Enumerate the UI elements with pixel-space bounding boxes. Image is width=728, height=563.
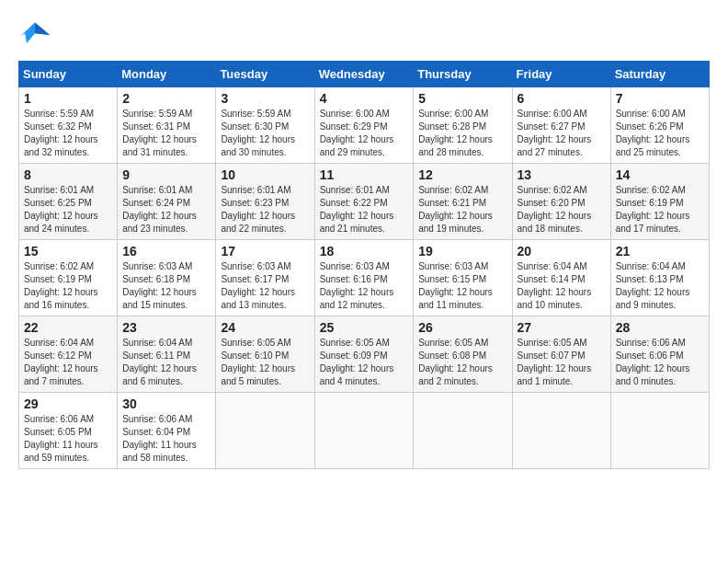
weekday-header-thursday: Thursday [414, 62, 512, 87]
day-cell-24: 24Sunrise: 6:05 AM Sunset: 6:10 PM Dayli… [216, 316, 314, 393]
empty-cell [610, 393, 709, 469]
day-number: 28 [616, 320, 704, 335]
day-cell-8: 8Sunrise: 6:01 AM Sunset: 6:25 PM Daylig… [19, 164, 118, 240]
day-info: Sunrise: 6:06 AM Sunset: 6:05 PM Dayligh… [24, 413, 112, 465]
day-number: 20 [518, 244, 606, 259]
day-number: 22 [24, 320, 112, 335]
day-cell-13: 13Sunrise: 6:02 AM Sunset: 6:20 PM Dayli… [512, 164, 610, 240]
day-info: Sunrise: 6:03 AM Sunset: 6:18 PM Dayligh… [122, 260, 210, 312]
day-cell-20: 20Sunrise: 6:04 AM Sunset: 6:14 PM Dayli… [512, 240, 610, 316]
day-info: Sunrise: 6:00 AM Sunset: 6:27 PM Dayligh… [518, 108, 606, 159]
day-cell-16: 16Sunrise: 6:03 AM Sunset: 6:18 PM Dayli… [118, 240, 216, 316]
day-info: Sunrise: 6:05 AM Sunset: 6:09 PM Dayligh… [320, 337, 409, 388]
week-row-2: 8Sunrise: 6:01 AM Sunset: 6:25 PM Daylig… [19, 164, 710, 240]
week-row-1: 1Sunrise: 5:59 AM Sunset: 6:32 PM Daylig… [19, 87, 710, 164]
day-cell-18: 18Sunrise: 6:03 AM Sunset: 6:16 PM Dayli… [314, 240, 414, 316]
empty-cell [314, 393, 414, 469]
day-info: Sunrise: 6:02 AM Sunset: 6:21 PM Dayligh… [418, 184, 506, 236]
day-number: 26 [418, 320, 506, 335]
day-cell-10: 10Sunrise: 6:01 AM Sunset: 6:23 PM Dayli… [216, 164, 314, 240]
day-info: Sunrise: 6:01 AM Sunset: 6:22 PM Dayligh… [320, 184, 409, 236]
weekday-header-sunday: Sunday [19, 62, 118, 87]
day-info: Sunrise: 6:02 AM Sunset: 6:20 PM Dayligh… [518, 184, 606, 236]
day-number: 7 [616, 91, 704, 106]
day-info: Sunrise: 6:02 AM Sunset: 6:19 PM Dayligh… [24, 260, 112, 312]
day-cell-11: 11Sunrise: 6:01 AM Sunset: 6:22 PM Dayli… [314, 164, 414, 240]
day-info: Sunrise: 6:00 AM Sunset: 6:26 PM Dayligh… [616, 108, 704, 159]
weekday-header-tuesday: Tuesday [216, 62, 314, 87]
day-info: Sunrise: 6:03 AM Sunset: 6:16 PM Dayligh… [320, 260, 409, 312]
day-info: Sunrise: 6:06 AM Sunset: 6:06 PM Dayligh… [616, 337, 704, 388]
day-info: Sunrise: 6:04 AM Sunset: 6:12 PM Dayligh… [24, 337, 112, 388]
day-number: 1 [24, 91, 112, 106]
day-cell-9: 9Sunrise: 6:01 AM Sunset: 6:24 PM Daylig… [118, 164, 216, 240]
day-number: 6 [518, 91, 606, 106]
day-cell-3: 3Sunrise: 5:59 AM Sunset: 6:30 PM Daylig… [216, 87, 314, 164]
day-number: 21 [616, 244, 704, 259]
calendar-table: SundayMondayTuesdayWednesdayThursdayFrid… [18, 61, 710, 469]
day-number: 25 [320, 320, 409, 335]
day-number: 19 [418, 244, 506, 259]
day-cell-2: 2Sunrise: 5:59 AM Sunset: 6:31 PM Daylig… [118, 87, 216, 164]
day-number: 18 [320, 244, 409, 259]
day-cell-12: 12Sunrise: 6:02 AM Sunset: 6:21 PM Dayli… [414, 164, 512, 240]
day-info: Sunrise: 6:04 AM Sunset: 6:11 PM Dayligh… [122, 337, 210, 388]
day-cell-17: 17Sunrise: 6:03 AM Sunset: 6:17 PM Dayli… [216, 240, 314, 316]
empty-cell [216, 393, 314, 469]
day-info: Sunrise: 6:01 AM Sunset: 6:25 PM Dayligh… [24, 184, 112, 236]
day-info: Sunrise: 6:04 AM Sunset: 6:13 PM Dayligh… [616, 260, 704, 312]
day-cell-29: 29Sunrise: 6:06 AM Sunset: 6:05 PM Dayli… [19, 393, 118, 469]
day-cell-7: 7Sunrise: 6:00 AM Sunset: 6:26 PM Daylig… [610, 87, 709, 164]
day-number: 24 [221, 320, 309, 335]
day-cell-5: 5Sunrise: 6:00 AM Sunset: 6:28 PM Daylig… [414, 87, 512, 164]
day-info: Sunrise: 6:01 AM Sunset: 6:24 PM Dayligh… [122, 184, 210, 236]
day-cell-4: 4Sunrise: 6:00 AM Sunset: 6:29 PM Daylig… [314, 87, 414, 164]
day-number: 30 [122, 396, 210, 411]
day-number: 13 [518, 167, 606, 182]
day-number: 16 [122, 244, 210, 259]
day-info: Sunrise: 6:03 AM Sunset: 6:17 PM Dayligh… [221, 260, 309, 312]
day-info: Sunrise: 6:01 AM Sunset: 6:23 PM Dayligh… [221, 184, 309, 236]
day-number: 11 [320, 167, 409, 182]
day-cell-6: 6Sunrise: 6:00 AM Sunset: 6:27 PM Daylig… [512, 87, 610, 164]
day-info: Sunrise: 5:59 AM Sunset: 6:31 PM Dayligh… [122, 108, 210, 159]
day-cell-25: 25Sunrise: 6:05 AM Sunset: 6:09 PM Dayli… [314, 316, 414, 393]
day-info: Sunrise: 6:00 AM Sunset: 6:29 PM Dayligh… [320, 108, 409, 159]
day-number: 15 [24, 244, 112, 259]
page-header [18, 18, 710, 52]
day-info: Sunrise: 5:59 AM Sunset: 6:32 PM Dayligh… [24, 108, 112, 159]
svg-marker-1 [35, 23, 50, 36]
day-info: Sunrise: 6:03 AM Sunset: 6:15 PM Dayligh… [418, 260, 506, 312]
weekday-header-saturday: Saturday [610, 62, 709, 87]
weekday-header-row: SundayMondayTuesdayWednesdayThursdayFrid… [19, 62, 710, 87]
day-cell-30: 30Sunrise: 6:06 AM Sunset: 6:04 PM Dayli… [118, 393, 216, 469]
day-number: 17 [221, 244, 309, 259]
day-cell-14: 14Sunrise: 6:02 AM Sunset: 6:19 PM Dayli… [610, 164, 709, 240]
logo-icon [18, 18, 51, 52]
day-cell-27: 27Sunrise: 6:05 AM Sunset: 6:07 PM Dayli… [512, 316, 610, 393]
day-number: 4 [320, 91, 409, 106]
day-cell-21: 21Sunrise: 6:04 AM Sunset: 6:13 PM Dayli… [610, 240, 709, 316]
day-number: 5 [418, 91, 506, 106]
day-number: 9 [122, 167, 210, 182]
day-cell-1: 1Sunrise: 5:59 AM Sunset: 6:32 PM Daylig… [19, 87, 118, 164]
day-cell-15: 15Sunrise: 6:02 AM Sunset: 6:19 PM Dayli… [19, 240, 118, 316]
day-number: 2 [122, 91, 210, 106]
week-row-4: 22Sunrise: 6:04 AM Sunset: 6:12 PM Dayli… [19, 316, 710, 393]
logo [18, 18, 57, 52]
day-number: 10 [221, 167, 309, 182]
day-info: Sunrise: 6:05 AM Sunset: 6:07 PM Dayligh… [518, 337, 606, 388]
empty-cell [414, 393, 512, 469]
week-row-3: 15Sunrise: 6:02 AM Sunset: 6:19 PM Dayli… [19, 240, 710, 316]
day-number: 3 [221, 91, 309, 106]
day-cell-23: 23Sunrise: 6:04 AM Sunset: 6:11 PM Dayli… [118, 316, 216, 393]
empty-cell [512, 393, 610, 469]
day-info: Sunrise: 6:02 AM Sunset: 6:19 PM Dayligh… [616, 184, 704, 236]
day-number: 12 [418, 167, 506, 182]
day-info: Sunrise: 6:06 AM Sunset: 6:04 PM Dayligh… [122, 413, 210, 465]
day-info: Sunrise: 5:59 AM Sunset: 6:30 PM Dayligh… [221, 108, 309, 159]
day-info: Sunrise: 6:00 AM Sunset: 6:28 PM Dayligh… [418, 108, 506, 159]
day-cell-19: 19Sunrise: 6:03 AM Sunset: 6:15 PM Dayli… [414, 240, 512, 316]
day-info: Sunrise: 6:04 AM Sunset: 6:14 PM Dayligh… [518, 260, 606, 312]
day-cell-26: 26Sunrise: 6:05 AM Sunset: 6:08 PM Dayli… [414, 316, 512, 393]
